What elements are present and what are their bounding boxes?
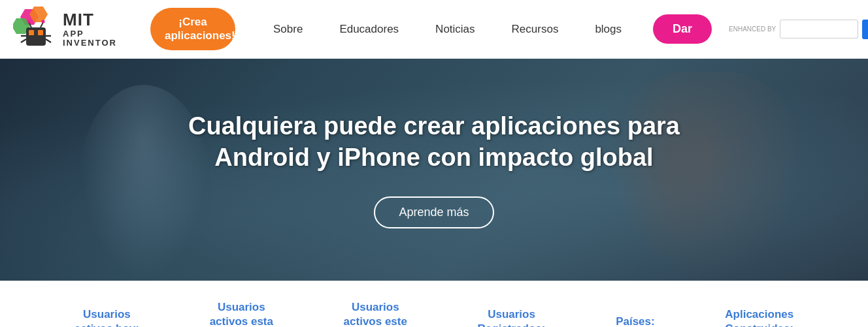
logo-icon [13, 7, 59, 52]
logo-text: MIT APP INVENTOR [63, 10, 117, 48]
stat-active-month-label: Usuarios activos este mes: [344, 300, 407, 327]
svg-point-9 [42, 20, 45, 23]
stat-active-week-label: Usuarios activos esta semana: [210, 300, 273, 327]
svg-line-12 [46, 39, 51, 42]
stat-registered-label: Usuarios Registrados: [478, 307, 546, 327]
nav-sobre[interactable]: Sobre [255, 23, 321, 36]
site-header: MIT APP INVENTOR ¡Crea aplicaciones! Sob… [0, 0, 868, 59]
main-nav: Sobre Educadores Noticias Recursos blogs [255, 23, 640, 36]
stat-countries-label: Países: [616, 315, 655, 327]
stat-active-week: Usuarios activos esta semana: 350.2K [210, 300, 273, 327]
nav-noticias[interactable]: Noticias [417, 23, 493, 36]
svg-point-7 [27, 20, 31, 23]
stat-active-month: Usuarios activos este mes: 0.9M [344, 300, 407, 327]
logo-area: MIT APP INVENTOR [13, 7, 144, 52]
stats-section: Usuarios activos hoy: 87.2K Usuarios act… [0, 281, 868, 327]
stat-apps-built: Aplicaciones Construidas: 67.8M [725, 307, 793, 327]
svg-line-10 [21, 39, 26, 42]
hero-section: Cualquiera puede crear aplicaciones para… [0, 59, 868, 281]
stat-countries: Países: 195 [616, 315, 655, 327]
stat-active-today-label: Usuarios activos hoy: [75, 307, 139, 327]
nav-educadores[interactable]: Educadores [321, 23, 417, 36]
svg-rect-5 [38, 30, 43, 35]
logo-mit: MIT [63, 10, 117, 29]
logo-app: APP [63, 29, 117, 39]
svg-rect-4 [29, 30, 34, 35]
logo-inventor: INVENTOR [63, 39, 117, 48]
learn-more-button[interactable]: Aprende más [374, 196, 493, 228]
enhanced-by-label: ENHANCED BY [729, 25, 776, 33]
nav-recursos[interactable]: Recursos [493, 23, 577, 36]
hero-title: Cualquiera puede crear aplicaciones para… [153, 111, 715, 173]
create-apps-button[interactable]: ¡Crea aplicaciones! [150, 8, 235, 50]
search-button[interactable] [862, 20, 868, 39]
stat-active-today: Usuarios activos hoy: 87.2K [75, 307, 139, 327]
hero-content: Cualquiera puede crear aplicaciones para… [0, 59, 868, 281]
dar-button[interactable]: Dar [653, 14, 712, 44]
stat-registered: Usuarios Registrados: 14.9M [478, 307, 546, 327]
search-input[interactable] [780, 20, 858, 39]
nav-blogs[interactable]: blogs [576, 23, 640, 36]
stat-apps-built-label: Aplicaciones Construidas: [725, 307, 793, 327]
search-area: ENHANCED BY [729, 20, 868, 39]
